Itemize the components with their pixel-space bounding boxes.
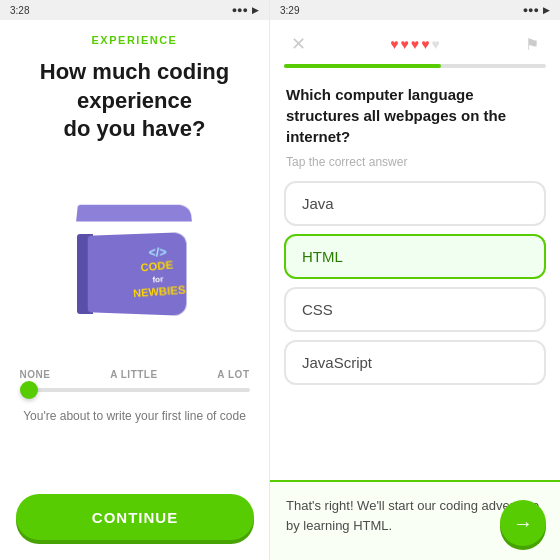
left-panel: 3:28 ●●● ▶ EXPERIENCE How much coding ex… [0,0,270,560]
slider-section: NONE A LITTLE A LOT [20,369,250,392]
book-body: </> CODEforNEWBIES [87,232,186,316]
page-title: How much coding experience do you have? [0,58,269,144]
slider-label-none: NONE [20,369,51,380]
status-bar-right: 3:29 ●●● ▶ [270,0,560,20]
slider-thumb[interactable] [20,381,38,399]
right-panel: 3:29 ●●● ▶ ✕ ♥ ♥ ♥ ♥ ♥ ⚑ Which co [270,0,560,560]
next-button[interactable]: → [500,500,546,546]
slider-description: You're about to write your first line of… [23,408,246,425]
answer-css[interactable]: CSS [284,287,546,332]
heart-2: ♥ [401,36,409,52]
answers-list: Java HTML CSS JavaScript [270,181,560,385]
flag-button[interactable]: ⚑ [518,30,546,58]
flag-icon: ⚑ [525,35,539,54]
status-bar-left: 3:28 ●●● ▶ [0,0,269,20]
quiz-question: Which computer language structures all w… [270,68,560,153]
answer-javascript[interactable]: JavaScript [284,340,546,385]
quiz-header: ✕ ♥ ♥ ♥ ♥ ♥ ⚑ [270,20,560,64]
answer-html[interactable]: HTML [284,234,546,279]
close-icon: ✕ [291,33,306,55]
continue-label: CONTINUE [92,509,178,526]
heart-3: ♥ [411,36,419,52]
slider-track[interactable] [20,388,250,392]
book-top [76,204,192,221]
code-tag: </> [148,245,166,260]
continue-button[interactable]: CONTINUE [16,494,254,540]
heart-4: ♥ [421,36,429,52]
heart-5: ♥ [431,36,439,52]
slider-label-lot: A LOT [217,369,249,380]
book-illustration: </> CODEforNEWBIES [65,194,205,314]
hearts-container: ♥ ♥ ♥ ♥ ♥ [390,36,440,52]
book-title: CODEforNEWBIES [130,257,186,299]
time-right: 3:29 [280,5,299,16]
section-label: EXPERIENCE [92,34,178,46]
status-icons-left: ●●● ▶ [232,5,259,15]
slider-label-little: A LITTLE [110,369,158,380]
close-button[interactable]: ✕ [284,30,312,58]
right-panel-wrapper: 3:29 ●●● ▶ ✕ ♥ ♥ ♥ ♥ ♥ ⚑ Which co [270,0,560,560]
status-icons-right: ●●● ▶ [523,5,550,15]
book-text: </> CODEforNEWBIES [115,242,202,300]
heart-1: ♥ [390,36,398,52]
slider-labels: NONE A LITTLE A LOT [20,369,250,380]
tap-instruction: Tap the correct answer [270,153,560,181]
time-left: 3:28 [10,5,29,16]
answer-java[interactable]: Java [284,181,546,226]
next-arrow-icon: → [513,512,533,535]
